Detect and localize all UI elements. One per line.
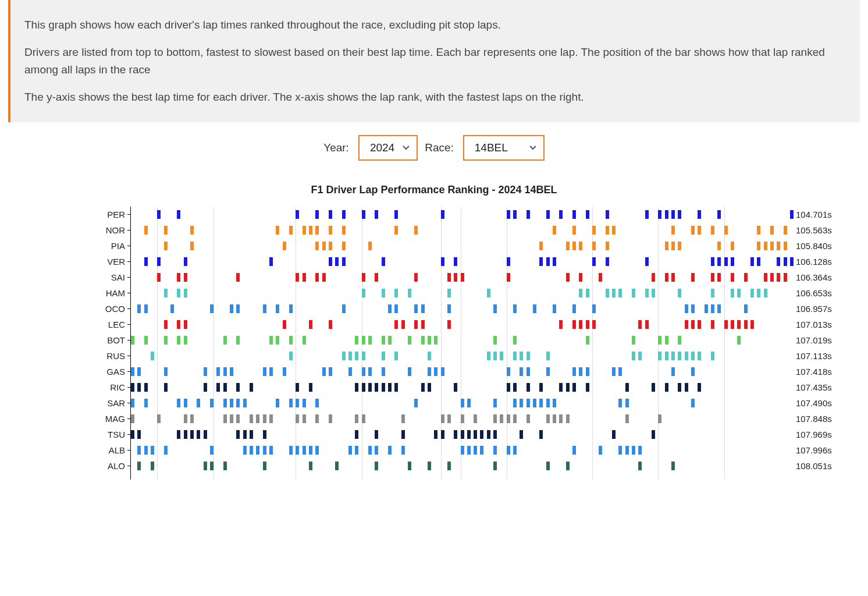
lap-bar: [322, 242, 326, 250]
lap-bar: [394, 210, 398, 219]
driver-best-lap: 107.113s: [790, 351, 854, 361]
lap-bar: [137, 383, 141, 392]
lap-bar: [269, 367, 273, 376]
lap-bar: [592, 304, 596, 313]
lap-bar: [572, 304, 576, 313]
driver-best-lap: 107.013s: [790, 320, 854, 329]
lap-bar: [467, 399, 471, 407]
lap-bar: [137, 446, 141, 455]
lap-bar: [533, 304, 536, 313]
lap-bar: [184, 430, 187, 439]
lap-bar: [401, 446, 405, 455]
lap-bar: [579, 320, 582, 329]
lap-bar: [711, 273, 714, 282]
lap-bar: [362, 414, 365, 423]
lap-bar: [520, 367, 523, 376]
lap-bar: [164, 367, 168, 376]
lap-bar: [408, 336, 411, 345]
lap-bar: [572, 367, 576, 376]
lap-bar: [184, 273, 187, 282]
driver-row: ALO108.051s: [15, 458, 854, 474]
lap-bar: [586, 320, 589, 329]
lap-bar: [447, 289, 451, 297]
lap-bar: [500, 414, 503, 423]
lap-bar: [303, 226, 306, 235]
lap-bar: [480, 430, 483, 439]
driver-lane: [131, 348, 790, 364]
lap-bar: [204, 383, 207, 392]
lap-bar: [539, 257, 543, 266]
driver-best-lap: 106.653s: [790, 288, 854, 298]
lap-bar: [461, 273, 464, 282]
lap-bar: [375, 273, 378, 282]
lap-bar: [724, 320, 728, 329]
lap-bar: [434, 367, 437, 376]
lap-bar: [705, 304, 708, 313]
lap-bar: [770, 273, 774, 282]
lap-bar: [652, 383, 655, 392]
lap-bar: [382, 336, 385, 345]
lap-bar: [421, 320, 425, 329]
lap-bar: [276, 336, 279, 345]
lap-bar: [256, 446, 259, 455]
lap-bar: [507, 210, 510, 219]
lap-bar: [401, 414, 405, 423]
lap-bar: [230, 367, 233, 376]
lap-bar: [394, 383, 398, 392]
lap-bar: [671, 242, 675, 250]
driver-code-label: RUS: [15, 351, 131, 361]
lap-bar: [190, 414, 194, 423]
lap-bar: [368, 242, 372, 250]
lap-bar: [243, 430, 247, 439]
lap-bar: [408, 367, 411, 376]
lap-bar: [599, 446, 602, 455]
lap-bar: [784, 273, 787, 282]
driver-lane: [131, 301, 790, 317]
lap-bar: [296, 446, 299, 455]
lap-bar: [572, 446, 576, 455]
lap-bar: [652, 430, 655, 439]
lap-bar: [210, 304, 214, 313]
lap-bar: [164, 226, 168, 235]
lap-bar: [137, 462, 141, 470]
lap-bar: [632, 352, 635, 360]
year-select[interactable]: 2024: [358, 135, 418, 161]
lap-bar: [507, 414, 510, 423]
lap-bar: [289, 336, 293, 345]
lap-bar: [164, 383, 168, 392]
lap-bar: [315, 210, 319, 219]
driver-row: TSU107.969s: [15, 427, 854, 442]
lap-bar: [210, 399, 214, 407]
driver-lane: [131, 332, 790, 348]
lap-bar: [223, 399, 227, 407]
lap-bar: [493, 399, 497, 407]
lap-bar: [790, 257, 794, 266]
lap-bar: [698, 320, 701, 329]
driver-code-label: ALB: [15, 445, 131, 455]
driver-best-lap: 107.969s: [790, 430, 854, 439]
lap-bar: [309, 226, 312, 235]
lap-bar: [329, 257, 332, 266]
lap-bar: [283, 367, 286, 376]
lap-bar: [355, 336, 358, 345]
lap-bar: [421, 383, 425, 392]
lap-bar: [711, 226, 714, 235]
lap-bar: [757, 289, 760, 297]
lap-bar: [236, 414, 240, 423]
lap-bar: [276, 226, 279, 235]
lap-bar: [289, 352, 293, 360]
lap-bar: [625, 446, 629, 455]
lap-bar: [658, 210, 661, 219]
lap-bar: [170, 304, 174, 313]
lap-bar: [342, 210, 346, 219]
race-select[interactable]: 14BEL: [463, 135, 545, 161]
lap-bar: [388, 304, 392, 313]
lap-bar: [315, 414, 319, 423]
driver-row: BOT107.019s: [15, 332, 854, 348]
lap-bar: [592, 242, 596, 250]
lap-bar: [309, 446, 312, 455]
lap-bar: [527, 414, 530, 423]
lap-bar: [784, 257, 787, 266]
lap-bar: [157, 414, 161, 423]
lap-bar: [645, 320, 649, 329]
